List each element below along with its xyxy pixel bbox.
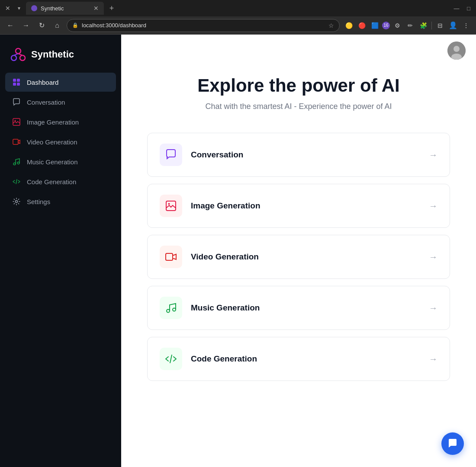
browser-close-button[interactable]: ✕ <box>3 4 12 13</box>
sidebar-item-label-dashboard: Dashboard <box>27 79 58 86</box>
svg-line-4 <box>18 54 23 55</box>
sidebar-item-video-generation[interactable]: Video Generation <box>5 132 116 151</box>
app-layout: Synthetic Dashboard <box>0 35 476 467</box>
image-card-arrow: → <box>429 201 437 211</box>
conversation-card-icon <box>165 149 177 161</box>
svg-point-19 <box>168 203 170 205</box>
browser-tab-active[interactable]: Synthetic ✕ <box>26 2 104 15</box>
music-generation-icon <box>12 157 21 166</box>
code-card-arrow: → <box>429 354 437 364</box>
svg-rect-9 <box>13 118 20 125</box>
video-card-icon <box>165 251 177 263</box>
synthetic-logo-icon <box>10 47 26 62</box>
image-generation-icon <box>12 118 21 126</box>
sidebar-item-music-generation[interactable]: Music Generation <box>5 152 116 171</box>
music-card-icon-wrap <box>160 297 182 319</box>
svg-point-0 <box>16 48 21 54</box>
sidebar-item-dashboard[interactable]: Dashboard <box>5 73 116 92</box>
image-card-label: Image Generation <box>191 201 429 211</box>
sidebar-navigation: Dashboard Conversation <box>0 73 121 467</box>
sidebar-item-image-generation[interactable]: Image Generation <box>5 112 116 131</box>
svg-point-14 <box>16 201 18 203</box>
svg-rect-5 <box>13 79 16 82</box>
svg-point-16 <box>453 46 460 52</box>
back-button[interactable]: ← <box>4 19 16 32</box>
extension-icon-4[interactable]: ⚙ <box>392 20 403 31</box>
feature-card-video-generation[interactable]: Video Generation → <box>147 235 450 279</box>
user-avatar[interactable] <box>447 42 466 60</box>
tab-close-button[interactable]: ✕ <box>93 5 99 12</box>
chat-bubble-button[interactable] <box>441 432 464 455</box>
svg-point-22 <box>173 308 176 311</box>
image-card-icon <box>165 200 177 212</box>
toolbar-extensions: 🟡 🔴 🟦 16 ⚙ ✏ 🧩 ⊟ 👤 ⋮ <box>343 20 472 31</box>
music-card-arrow: → <box>429 303 437 313</box>
feature-cards-section: Conversation → Image Generation → <box>121 128 476 398</box>
sidebar-item-conversation[interactable]: Conversation <box>5 93 116 112</box>
sidebar-item-label-video-generation: Video Generation <box>27 138 77 146</box>
image-card-icon-wrap <box>160 195 182 217</box>
sidebar-item-label-music-generation: Music Generation <box>27 158 78 166</box>
new-tab-button[interactable]: + <box>106 3 117 13</box>
sidebar: Synthetic Dashboard <box>0 35 121 467</box>
maximize-button[interactable]: □ <box>465 4 473 12</box>
svg-line-3 <box>14 54 18 55</box>
code-card-icon-wrap <box>160 348 182 370</box>
svg-rect-11 <box>13 139 18 144</box>
sidebar-toggle-button[interactable]: ⊟ <box>434 20 446 31</box>
sidebar-item-label-settings: Settings <box>27 198 50 205</box>
toolbar-divider <box>431 22 432 29</box>
extension-icon-5[interactable]: ✏ <box>405 20 416 31</box>
video-card-arrow: → <box>429 252 437 262</box>
svg-rect-8 <box>17 83 20 86</box>
browser-tab-dropdown[interactable]: ▾ <box>15 4 23 13</box>
hero-section: Explore the power of AI Chat with the sm… <box>121 67 476 128</box>
extension-icon-1[interactable]: 🟡 <box>343 20 354 31</box>
user-profile-icon[interactable]: 👤 <box>447 20 459 31</box>
svg-point-1 <box>11 55 16 61</box>
address-bar[interactable]: 🔒 localhost:3000/dashboard ☆ <box>67 19 340 32</box>
extension-badge[interactable]: 16 <box>382 22 390 29</box>
code-card-label: Code Generation <box>191 354 429 364</box>
extension-icon-6[interactable]: 🧩 <box>418 20 429 31</box>
sidebar-item-label-code-generation: Code Generation <box>27 178 76 186</box>
browser-toolbar: ← → ↻ ⌂ 🔒 localhost:3000/dashboard ☆ 🟡 🔴… <box>0 16 476 35</box>
feature-card-music-generation[interactable]: Music Generation → <box>147 286 450 330</box>
home-button[interactable]: ⌂ <box>51 19 63 32</box>
svg-point-2 <box>20 55 25 61</box>
refresh-button[interactable]: ↻ <box>35 19 48 32</box>
lock-icon: 🔒 <box>72 22 78 28</box>
hero-subtitle: Chat with the smartest AI - Experience t… <box>138 102 459 111</box>
music-card-icon <box>165 302 177 314</box>
minimize-button[interactable]: — <box>453 4 460 12</box>
video-card-icon-wrap <box>160 246 182 268</box>
dashboard-icon <box>12 78 21 86</box>
conversation-card-label: Conversation <box>191 150 429 160</box>
extension-icon-3[interactable]: 🟦 <box>369 20 380 31</box>
video-card-label: Video Generation <box>191 252 429 262</box>
code-card-icon <box>165 353 177 365</box>
bookmark-icon[interactable]: ☆ <box>328 22 334 29</box>
sidebar-logo[interactable]: Synthetic <box>0 35 121 73</box>
settings-icon <box>12 197 21 206</box>
conversation-card-arrow: → <box>429 150 437 160</box>
browser-menu-button[interactable]: ⋮ <box>460 20 472 31</box>
extension-icon-2[interactable]: 🔴 <box>356 20 367 31</box>
feature-card-conversation[interactable]: Conversation → <box>147 133 450 177</box>
conversation-card-icon-wrap <box>160 144 182 166</box>
svg-point-21 <box>167 310 170 313</box>
forward-button[interactable]: → <box>20 19 32 32</box>
svg-rect-6 <box>17 79 20 82</box>
svg-rect-20 <box>166 253 173 260</box>
sidebar-item-settings[interactable]: Settings <box>5 192 116 211</box>
address-text: localhost:3000/dashboard <box>82 22 146 29</box>
conversation-icon <box>12 98 21 106</box>
svg-point-12 <box>13 163 16 165</box>
tab-favicon-icon <box>31 5 37 11</box>
svg-point-13 <box>17 162 19 164</box>
feature-card-image-generation[interactable]: Image Generation → <box>147 184 450 228</box>
main-content: Explore the power of AI Chat with the sm… <box>121 35 476 467</box>
feature-card-code-generation[interactable]: Code Generation → <box>147 337 450 381</box>
svg-rect-18 <box>166 201 176 211</box>
sidebar-item-code-generation[interactable]: Code Generation <box>5 172 116 191</box>
